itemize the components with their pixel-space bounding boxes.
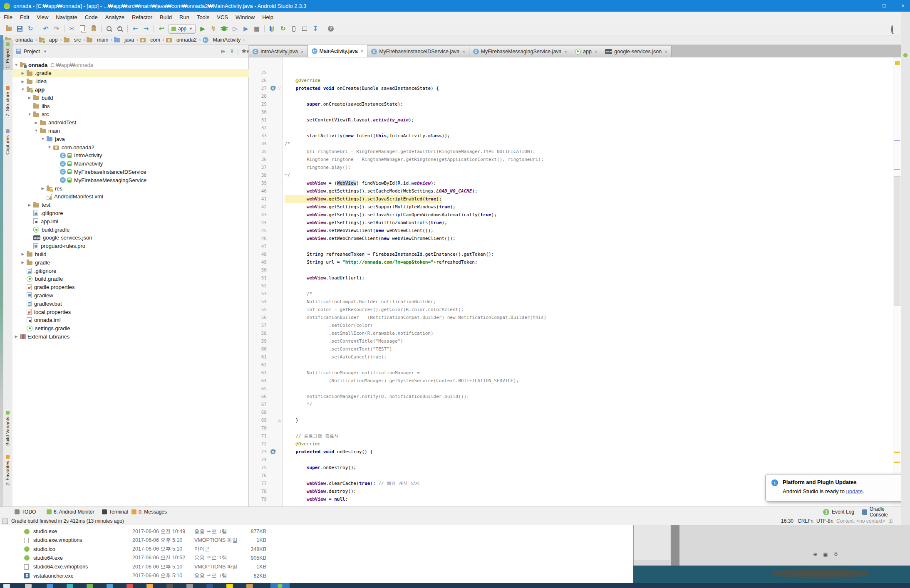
breadcrumb-item-app[interactable]: app› [39, 37, 62, 43]
project-panel-title[interactable]: Project [24, 49, 40, 54]
tab-app[interactable]: app× [571, 46, 601, 57]
code-line-45[interactable]: webView.setWebViewClient(new webViewClie… [285, 227, 434, 235]
strip-item----structure[interactable]: 7: Structure [5, 86, 10, 116]
breadcrumb-item-mainactivity[interactable]: CMainActivity› [203, 37, 245, 43]
collapse-arrow-icon[interactable]: ▼ [27, 112, 32, 116]
code-line-51[interactable]: webView.loadUrl(url); [285, 274, 364, 282]
tree-row-myfirebaseinstanceidservice[interactable]: CMyFirebaseInstanceIDService [54, 168, 146, 176]
file-explorer-icon[interactable] [246, 584, 253, 588]
tab-close-icon[interactable]: × [462, 49, 465, 54]
fold-marker-icon[interactable]: △ [278, 416, 281, 424]
menu-run[interactable]: Run [176, 12, 193, 22]
code-line-46[interactable]: webView.setWebChromeClient(new webViewCh… [285, 235, 456, 242]
code-line-69[interactable]: } [285, 416, 298, 424]
tree-row-onnada-iml[interactable]: onnada.iml [21, 316, 61, 324]
event-log-button[interactable]: 1Event Log [823, 507, 854, 517]
start-button[interactable] [3, 584, 10, 588]
tree-row-androidtest[interactable]: ▶androidTest [34, 119, 76, 127]
menu-code[interactable]: Code [81, 12, 102, 22]
settings-gear-icon[interactable]: ✱▾ [242, 48, 249, 54]
close-button[interactable]: × [895, 0, 910, 12]
menu-build[interactable]: Build [156, 12, 176, 22]
tool-window-button-todo[interactable]: TODO [15, 507, 36, 517]
paste-icon[interactable] [89, 24, 99, 34]
tree-row-local-properties[interactable]: local.properties [21, 308, 71, 316]
code-line-66[interactable]: notificationManager.notify(0, notificati… [285, 393, 469, 400]
chevron-down-icon[interactable]: ▼ [43, 49, 47, 54]
copy-icon[interactable] [78, 24, 88, 34]
tree-row-mainactivity[interactable]: CMainActivity [54, 160, 103, 168]
code-line-26[interactable]: @Override [285, 77, 320, 84]
tree-row-gradle[interactable]: ▶gradle [21, 258, 50, 267]
menu-view[interactable]: View [33, 12, 52, 22]
forward-icon[interactable]: → [141, 24, 151, 34]
menu-file[interactable]: File [0, 12, 16, 22]
collapse-all-icon[interactable]: ⇞ [230, 48, 234, 54]
stripe-mark[interactable] [894, 462, 900, 463]
code-line-61[interactable]: .setAutoCancel(true); [285, 353, 387, 361]
tree-row-external-libraries[interactable]: ▶External Libraries [14, 332, 69, 341]
file-row-studio-exe[interactable]: studio.exe2017-06-06 오전 10:49응용 프로그램877K… [0, 527, 633, 536]
code-line-44[interactable]: webView.getSettings().setBuiltInZoomCont… [285, 219, 447, 227]
tab-google-services-json[interactable]: JSONgoogle-services.json× [601, 46, 671, 57]
code-line-29[interactable]: super.onCreate(savedInstanceState); [285, 100, 403, 108]
tab-myfirebaseinstanceidservice-java[interactable]: CMyFirebaseInstanceIDService.java× [367, 46, 469, 57]
expand-arrow-icon[interactable]: ▶ [21, 79, 25, 84]
code-line-37[interactable]: ringtone.play(); [285, 163, 351, 171]
pin-icon[interactable]: ⊕ [812, 551, 818, 557]
app-icon-dark[interactable] [166, 584, 173, 588]
save-all-icon[interactable] [15, 24, 25, 34]
locate-icon[interactable]: ⊕ [221, 48, 225, 54]
code-line-58[interactable]: .setSmallIcon(R.drawable.notification) [285, 329, 434, 337]
tree-row-libs[interactable]: libs [27, 102, 50, 110]
app-icon-gray[interactable] [186, 584, 193, 588]
expand-arrow-icon[interactable]: ▶ [21, 252, 25, 256]
tree-row-main[interactable]: ▼main [34, 126, 60, 135]
code-line-27[interactable]: protected void onCreate(Bundle savedInst… [285, 84, 439, 92]
tree-row-google-services-json[interactable]: JSONgoogle-services.json [27, 234, 92, 242]
tree-row-app-iml[interactable]: app.iml [27, 217, 58, 225]
tree-row-build[interactable]: ▶build [21, 250, 46, 258]
strip-item----project[interactable]: 1: Project [5, 42, 10, 69]
menu-navigate[interactable]: Navigate [52, 12, 81, 22]
code-line-38[interactable]: */ [285, 171, 290, 179]
code-line-71[interactable]: // 프로그램 종료시 [285, 432, 339, 440]
code-line-40[interactable]: webView.getSettings().setCacheMode(WebSe… [285, 187, 478, 195]
run-config-selector[interactable]: app▼ [169, 24, 196, 34]
menu-tools[interactable]: Tools [193, 12, 213, 22]
code-line-54[interactable]: NotificationCompat.Builder notificationB… [285, 298, 436, 306]
tree-row-proguard-rules-pro[interactable]: proguard-rules.pro [27, 242, 85, 250]
line-ending-selector[interactable]: CRLF⇅ [798, 518, 814, 524]
avd-manager-icon[interactable] [289, 24, 299, 34]
tree-row-onnada[interactable]: ▼onnadaC:₩app₩onnada [14, 61, 93, 69]
tree-row-src[interactable]: ▼src [27, 110, 49, 119]
code-line-31[interactable]: setContentView(R.layout.activity_main); [285, 116, 414, 124]
code-line-60[interactable]: .setContentText("TEST") [285, 345, 392, 353]
internet-explorer-icon[interactable] [107, 584, 113, 588]
tree-row--gitignore[interactable]: .gitignore [21, 267, 56, 275]
tree-row-test[interactable]: ▶test [27, 201, 50, 209]
update-link[interactable]: update [846, 488, 863, 494]
stripe-mark[interactable] [895, 61, 900, 65]
tool-window-button-terminal[interactable]: Terminal [102, 507, 128, 517]
code-line-73[interactable]: protected void onDestroy() { [285, 448, 373, 456]
tool-window-button-android-monitor[interactable]: 6: Android Monitor [47, 507, 94, 517]
stripe-mark[interactable] [894, 452, 900, 453]
file-row-studio-ico[interactable]: studio.ico2017-06-06 오후 5:10아이콘348KB [0, 545, 633, 553]
run-button[interactable]: ▶ [198, 24, 208, 34]
app-icon-teal[interactable] [67, 584, 73, 588]
app-icon-green[interactable] [87, 584, 93, 588]
code-line-64[interactable]: (NotificationManager) getSystemService(C… [285, 377, 519, 385]
help-icon[interactable]: ? [326, 24, 336, 34]
instant-run-icon[interactable]: ↯ [208, 24, 218, 34]
sync-icon[interactable]: ↻ [25, 24, 35, 34]
tree-row-settings-gradle[interactable]: settings.gradle [21, 324, 70, 333]
encoding-selector[interactable]: UTF-8⇅ [816, 518, 834, 524]
code-line-48[interactable]: String refreshedToken = FirebaseInstance… [285, 250, 494, 258]
collapse-arrow-icon[interactable]: ▼ [47, 145, 52, 149]
tree-row-java[interactable]: ▼java [41, 135, 65, 143]
android-monitor-icon[interactable] [267, 24, 277, 34]
code-line-36[interactable]: Ringtone ringtone = RingtoneManager.getR… [285, 156, 544, 163]
breadcrumb-item-java[interactable]: java› [114, 37, 138, 43]
code-line-55[interactable]: int color = getResources().getColor(R.co… [285, 306, 464, 314]
